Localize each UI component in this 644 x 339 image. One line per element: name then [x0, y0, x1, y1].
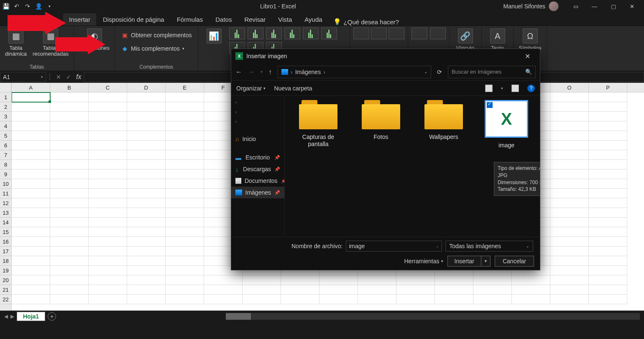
- cell[interactable]: [550, 112, 589, 121]
- cell[interactable]: [12, 256, 50, 266]
- sidebar-expand-1[interactable]: ›: [231, 98, 284, 107]
- cell[interactable]: [12, 218, 50, 227]
- cell[interactable]: [127, 112, 166, 121]
- sheet-tab-hoja1[interactable]: Hoja1: [17, 312, 45, 321]
- preview-pane-button[interactable]: [511, 85, 519, 92]
- cell[interactable]: [166, 266, 204, 275]
- row-header[interactable]: 19: [0, 266, 11, 275]
- cell[interactable]: [127, 237, 166, 247]
- col-header[interactable]: O: [550, 83, 589, 92]
- cell[interactable]: [281, 295, 319, 304]
- cell[interactable]: [89, 141, 127, 150]
- cell[interactable]: [50, 121, 89, 131]
- row-header[interactable]: 17: [0, 247, 11, 256]
- maximize-icon[interactable]: ▢: [604, 0, 623, 12]
- cell[interactable]: [166, 208, 204, 218]
- cell[interactable]: [50, 112, 89, 121]
- nav-forward-icon[interactable]: →: [248, 68, 255, 76]
- row-header[interactable]: 1: [0, 92, 11, 102]
- row-header[interactable]: 2: [0, 102, 11, 112]
- tell-me[interactable]: 💡 ¿Qué desea hacer?: [329, 18, 404, 26]
- cell[interactable]: [89, 179, 127, 189]
- cell[interactable]: [127, 266, 166, 275]
- file-image[interactable]: X image: [481, 100, 532, 149]
- cell[interactable]: [12, 266, 50, 275]
- col-header[interactable]: D: [127, 83, 166, 92]
- tools-dropdown[interactable]: Herramientas▾: [404, 258, 443, 265]
- cell[interactable]: [550, 179, 589, 189]
- cell[interactable]: [550, 218, 589, 227]
- cell[interactable]: [12, 285, 50, 295]
- cancel-button[interactable]: Cancelar: [495, 256, 534, 267]
- cell[interactable]: [550, 266, 589, 275]
- cell[interactable]: [589, 92, 627, 102]
- breadcrumb-dropdown-icon[interactable]: ⌄: [424, 69, 427, 74]
- cell[interactable]: [166, 227, 204, 237]
- cell[interactable]: [89, 247, 127, 256]
- slicer-icon[interactable]: [411, 28, 427, 39]
- cell[interactable]: [435, 275, 473, 285]
- new-folder-button[interactable]: Nueva carpeta: [274, 85, 312, 92]
- cell[interactable]: [50, 285, 89, 295]
- cell[interactable]: [89, 218, 127, 227]
- cell[interactable]: [589, 285, 627, 295]
- cell[interactable]: [243, 275, 281, 285]
- cell[interactable]: [166, 141, 204, 150]
- cell[interactable]: [89, 266, 127, 275]
- chart-column-icon[interactable]: [229, 28, 245, 39]
- col-header[interactable]: C: [89, 83, 127, 92]
- sparkline-line-icon[interactable]: [353, 28, 369, 39]
- cell[interactable]: [319, 275, 358, 285]
- row-header[interactable]: 4: [0, 121, 11, 131]
- cell[interactable]: [127, 189, 166, 198]
- cell[interactable]: [166, 285, 204, 295]
- col-header[interactable]: E: [166, 83, 204, 92]
- cancel-fx-icon[interactable]: ✕: [54, 74, 64, 80]
- cell[interactable]: [589, 160, 627, 170]
- sparkline-wl-icon[interactable]: [388, 28, 404, 39]
- cell[interactable]: [204, 275, 243, 285]
- cell[interactable]: [358, 285, 396, 295]
- cell[interactable]: [12, 189, 50, 198]
- user-name[interactable]: Manuel Sifontes: [503, 3, 545, 10]
- cell[interactable]: [127, 102, 166, 112]
- cell[interactable]: [589, 112, 627, 121]
- row-header[interactable]: 14: [0, 218, 11, 227]
- sidebar-expand-3[interactable]: ›: [231, 117, 284, 126]
- row-header[interactable]: 22: [0, 295, 11, 304]
- name-box[interactable]: A1▾: [0, 72, 46, 82]
- cell[interactable]: [127, 247, 166, 256]
- cell[interactable]: [589, 237, 627, 247]
- pin-icon[interactable]: 📌: [274, 190, 280, 195]
- chart-pie-icon[interactable]: [266, 28, 282, 39]
- cell[interactable]: [358, 295, 396, 304]
- cell[interactable]: [473, 285, 512, 295]
- cell[interactable]: [243, 295, 281, 304]
- cell[interactable]: [89, 285, 127, 295]
- fx-icon[interactable]: fx: [74, 73, 84, 81]
- cell[interactable]: [12, 112, 50, 121]
- cell[interactable]: [12, 150, 50, 160]
- cell[interactable]: [166, 160, 204, 170]
- filename-input[interactable]: image⌄: [346, 241, 442, 252]
- cell[interactable]: [127, 150, 166, 160]
- cell[interactable]: [50, 141, 89, 150]
- cell[interactable]: [550, 92, 589, 102]
- cell[interactable]: [166, 218, 204, 227]
- cell[interactable]: [512, 285, 550, 295]
- cell[interactable]: [89, 102, 127, 112]
- cell[interactable]: [127, 227, 166, 237]
- cell[interactable]: [358, 275, 396, 285]
- pin-icon[interactable]: 📌: [274, 167, 280, 172]
- cell[interactable]: [550, 198, 589, 208]
- cell[interactable]: [50, 160, 89, 170]
- file-list[interactable]: Capturas de pantalla Fotos Wallpapers X …: [285, 96, 540, 237]
- cell[interactable]: [589, 275, 627, 285]
- horizontal-scrollbar[interactable]: [226, 313, 640, 320]
- select-all-corner[interactable]: [0, 83, 11, 92]
- cell[interactable]: [89, 198, 127, 208]
- tab-revisar[interactable]: Revisar: [238, 13, 271, 26]
- cell[interactable]: [435, 295, 473, 304]
- refresh-icon[interactable]: ⟳: [437, 69, 442, 75]
- cell[interactable]: [89, 121, 127, 131]
